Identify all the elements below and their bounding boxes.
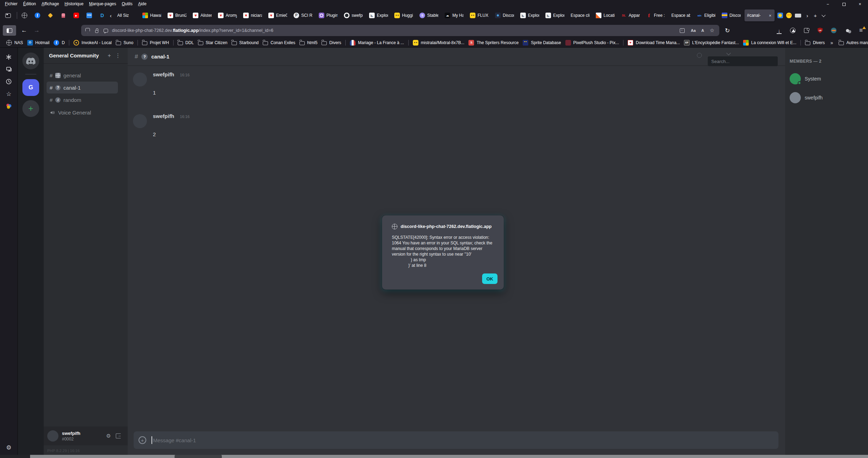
pinned-tab[interactable] [58, 10, 69, 21]
back-button[interactable]: ← [18, 25, 30, 36]
pinned-tab[interactable] [84, 10, 94, 21]
reload-button[interactable]: ↻ [721, 25, 733, 36]
bookmark-item[interactable]: mistralai/Mixtral-8x7B... [411, 39, 467, 47]
menu-item[interactable]: Marque-pages [86, 1, 119, 7]
browser-tab[interactable]: Alister [190, 9, 214, 21]
bookmark-item[interactable]: La connexion Wifi et E... [741, 39, 798, 47]
bookmark-item[interactable]: Projet WH [140, 39, 171, 46]
bookmark-item[interactable]: Download Time Mana... [626, 39, 682, 47]
bookmark-item[interactable] [69, 40, 69, 46]
search-input[interactable] [708, 56, 778, 66]
channel-item[interactable]: general [47, 69, 118, 81]
emoji-tab[interactable] [777, 13, 783, 18]
browser-tab[interactable]: Discor [719, 9, 743, 21]
browser-tab[interactable]: Explor [543, 9, 567, 21]
browser-tab[interactable]: Espace abo [669, 9, 693, 21]
browser-tab[interactable]: Espace clie [568, 9, 592, 21]
attach-plus-icon[interactable]: + [139, 436, 146, 444]
bookmark-item[interactable] [623, 40, 623, 46]
browser-tab[interactable]: Huggi [392, 9, 416, 21]
robot-extension-icon[interactable] [830, 27, 837, 34]
pinned-tab[interactable] [19, 10, 30, 21]
firefox-view-button[interactable] [3, 10, 13, 21]
bookmark-item[interactable] [800, 40, 801, 46]
member-item[interactable]: swefpifh [790, 90, 868, 105]
bookmark-item[interactable]: DDL [176, 39, 196, 46]
bookmarks-overflow-icon[interactable]: » [827, 40, 837, 46]
ok-button[interactable]: OK [482, 273, 497, 284]
menu-item[interactable]: Aide [135, 1, 149, 7]
browser-tab[interactable]: Explor [518, 9, 542, 21]
browser-tab[interactable]: Aromy [216, 9, 239, 21]
screenshot-tool-icon[interactable] [5, 66, 12, 73]
browser-tab[interactable]: Discor [493, 9, 516, 21]
bookmark-item[interactable]: Hotmail [25, 39, 52, 47]
bookmark-star-icon[interactable]: ☆ [710, 27, 714, 34]
browser-tab[interactable]: Free : [644, 9, 668, 21]
colorful-extension-icon[interactable] [5, 103, 12, 110]
browser-tab[interactable]: Eligibi [694, 9, 718, 21]
browser-tab[interactable]: My Ha [442, 9, 466, 21]
channel-item[interactable]: random [47, 94, 118, 106]
pinned-tab[interactable] [45, 10, 56, 21]
bookmark-item[interactable]: PixelPlush Studio - Pix... [563, 39, 621, 47]
scroll-tabs-right-icon[interactable]: › [804, 13, 811, 19]
lock-icon[interactable] [94, 28, 100, 34]
bookmark-item[interactable]: The Spriters Resource [466, 39, 521, 47]
browser-tab[interactable]: FLUX.2 [467, 9, 491, 21]
translate-page-icon[interactable]: A [701, 28, 704, 33]
server-icon-g[interactable]: G [22, 79, 39, 96]
menu-item[interactable]: Fichier [2, 1, 20, 7]
bookmark-item[interactable] [137, 40, 138, 46]
translate-icon[interactable]: Aa [691, 28, 696, 33]
bookmark-item[interactable] [345, 40, 346, 46]
ublock-extension-icon[interactable]: U0 [817, 27, 824, 34]
bookmark-item[interactable]: Divers [319, 39, 343, 46]
discord-home-button[interactable] [22, 53, 39, 69]
extensions-puzzle-icon[interactable] [803, 27, 810, 34]
history-clock-icon[interactable] [5, 78, 12, 85]
bookmark-item[interactable]: InvokeAI - Local [71, 39, 114, 47]
bookmark-item[interactable]: Divers [803, 39, 827, 46]
message-input[interactable] [153, 437, 774, 443]
browser-tab[interactable]: SCI RE [291, 9, 315, 21]
settings-gear-icon[interactable]: ⚙ [0, 444, 17, 451]
browser-tab[interactable]: Stable [417, 9, 441, 21]
logout-icon[interactable] [116, 433, 121, 438]
pinned-tab[interactable] [97, 10, 107, 21]
bookmark-item[interactable]: Mariage - La France à ... [348, 39, 406, 47]
minimize-button[interactable]: − [820, 0, 836, 8]
bookmark-item[interactable]: html5 [297, 39, 319, 46]
close-tab-icon[interactable]: × [768, 13, 772, 18]
bookmark-item[interactable]: Suno [114, 39, 135, 46]
close-button[interactable]: × [852, 0, 868, 8]
permissions-icon[interactable] [103, 28, 109, 34]
message-author[interactable]: swefpifh [153, 71, 174, 77]
emoji-tab[interactable] [786, 13, 792, 18]
browser-tab[interactable]: Appar [619, 9, 642, 21]
account-icon[interactable] [789, 27, 796, 34]
forward-button[interactable]: → [31, 25, 43, 36]
user-settings-gear-icon[interactable]: ⚙ [104, 433, 114, 439]
bookmark-item[interactable]: Sprite Database [521, 39, 563, 47]
browser-tab[interactable]: Emie0 [266, 9, 290, 21]
app-menu-icon[interactable]: ≡ [858, 27, 865, 34]
new-tab-button[interactable]: + [811, 13, 820, 19]
add-channel-icon[interactable]: + [106, 53, 113, 59]
message-avatar[interactable] [133, 114, 147, 128]
bookmark-item[interactable]: Star Citizen [196, 39, 230, 46]
bookmark-item[interactable]: Starbound [230, 39, 261, 46]
url-bar[interactable]: discord-like-php-chat-7262.dev.flatlogic… [81, 25, 719, 36]
bookmark-item[interactable]: Conan Exiles [261, 39, 297, 46]
maximize-button[interactable] [836, 0, 852, 8]
browser-tab[interactable]: Plugin [316, 9, 340, 21]
browser-tab[interactable]: Locati [593, 9, 617, 21]
more-options-icon[interactable]: ⋮ [113, 52, 123, 59]
header-circle-icon[interactable] [697, 53, 702, 58]
channel-item[interactable]: canal-1 [47, 82, 118, 93]
browser-tab[interactable]: swefpi [341, 9, 365, 21]
menu-item[interactable]: Édition [20, 1, 39, 7]
voice-channel-item[interactable]: Voice General [47, 106, 118, 118]
menu-item[interactable]: Affichage [39, 1, 62, 7]
scroll-tabs-left-icon[interactable]: ‹ [107, 13, 114, 19]
